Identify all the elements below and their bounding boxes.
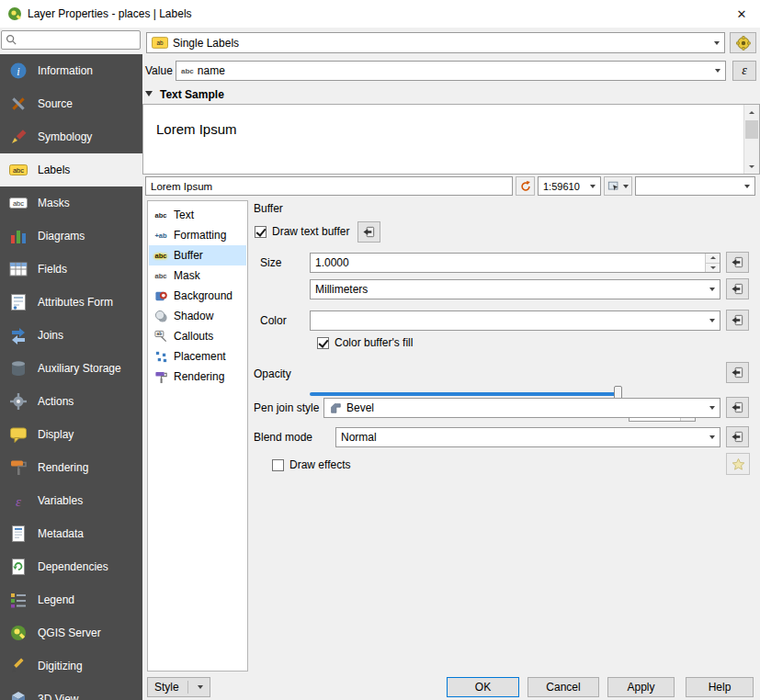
scroll-track[interactable] (744, 119, 759, 159)
blend-mode-override-button[interactable] (726, 426, 749, 447)
spin-down-button[interactable] (706, 263, 720, 273)
automated-placement-settings-button[interactable] (730, 32, 756, 53)
set-scale-from-canvas-button[interactable] (604, 176, 632, 196)
sidebar-item-variables[interactable]: ε Variables (0, 484, 142, 517)
tools-icon (9, 95, 28, 113)
draw-effects-checkbox[interactable] (272, 459, 284, 471)
text-sample-title: Text Sample (160, 88, 224, 101)
buffer-size-spinbox[interactable]: 1.0000 (310, 253, 720, 273)
size-value: 1.0000 (315, 256, 349, 269)
tab-buffer[interactable]: abc Buffer (149, 245, 246, 265)
effects-settings-button[interactable] (726, 453, 750, 475)
qgis-logo-icon (7, 6, 22, 21)
sidebar-item-rendering[interactable]: Rendering (0, 451, 142, 484)
color-buffers-fill-row: Color buffer's fill (317, 334, 413, 351)
sidebar-item-masks[interactable]: abc Masks (0, 186, 142, 220)
triangle-down-icon (749, 165, 754, 168)
reset-sample-button[interactable] (516, 176, 535, 196)
opacity-override-button[interactable] (726, 362, 749, 383)
sidebar-item-digitizing[interactable]: Digitizing (0, 649, 142, 683)
style-menu-button[interactable]: Style (147, 677, 210, 697)
color-buffers-fill-checkbox[interactable] (317, 337, 329, 349)
sidebar-item-dependencies[interactable]: Dependencies (0, 550, 142, 583)
tab-formatting[interactable]: +ab Formatting (149, 225, 246, 245)
expression-builder-button[interactable]: ε (732, 61, 756, 81)
sidebar: i Information Source Symbology abc Label… (0, 54, 142, 700)
titlebar: Layer Properties - places | Labels (0, 0, 760, 28)
value-field-combo[interactable]: abc name (176, 61, 726, 81)
sidebar-item-joins[interactable]: Joins (0, 319, 142, 352)
label-mode-combo[interactable]: ab Single Labels (146, 32, 725, 53)
sidebar-item-actions[interactable]: Actions (0, 385, 142, 418)
svg-text:ab: ab (156, 332, 162, 336)
size-override-button[interactable] (726, 252, 749, 273)
units-override-button[interactable] (726, 278, 749, 299)
triangle-down-icon (710, 266, 716, 269)
draw-text-buffer-checkbox[interactable] (255, 226, 267, 238)
chevron-down-icon (744, 185, 750, 188)
tab-text[interactable]: abc Text (149, 205, 246, 225)
color-label: Color (260, 310, 287, 331)
scroll-thumb[interactable] (745, 120, 758, 139)
preview-background-combo[interactable] (635, 176, 755, 196)
size-units-combo[interactable]: Millimeters (310, 279, 720, 299)
pen-join-style-combo[interactable]: Bevel (323, 398, 720, 418)
color-override-button[interactable] (726, 310, 749, 331)
value-label: Value (145, 61, 173, 81)
background-tab-icon (153, 288, 169, 304)
preview-scale-combo[interactable]: 1:59610 (538, 176, 601, 196)
help-button[interactable]: Help (686, 677, 754, 697)
opacity-label: Opacity (254, 364, 291, 384)
sidebar-item-source[interactable]: Source (0, 87, 142, 120)
triangle-up-icon (710, 256, 716, 259)
sidebar-item-fields[interactable]: Fields (0, 253, 142, 286)
sidebar-item-legend[interactable]: Legend (0, 583, 142, 616)
draw-text-buffer-override-button[interactable] (357, 221, 380, 243)
sidebar-item-qgis-server[interactable]: QGIS Server (0, 616, 142, 649)
buffer-color-picker[interactable] (310, 310, 720, 331)
sidebar-item-attributes-form[interactable]: Attributes Form (0, 286, 142, 319)
cancel-button[interactable]: Cancel (527, 677, 599, 697)
sidebar-item-information[interactable]: i Information (0, 54, 142, 87)
pen-join-override-button[interactable] (726, 397, 749, 418)
tab-callouts[interactable]: ab Callouts (149, 326, 246, 346)
preview-text: Lorem Ipsum (156, 121, 237, 137)
draw-text-buffer-row: Draw text buffer (255, 223, 349, 240)
spin-up-button[interactable] (706, 254, 720, 263)
text-tab-icon: abc (153, 208, 169, 223)
label-mode-value: Single Labels (173, 37, 714, 50)
tab-background[interactable]: Background (149, 286, 246, 306)
tab-placement[interactable]: Placement (149, 346, 246, 367)
apply-button[interactable]: Apply (607, 677, 675, 697)
chevron-down-icon (709, 288, 715, 291)
ok-button[interactable]: OK (447, 677, 519, 697)
svg-text:ab: ab (156, 40, 164, 46)
close-button[interactable]: ✕ (723, 0, 760, 28)
sidebar-item-labels[interactable]: abc Labels (0, 153, 142, 186)
tab-mask[interactable]: abc Mask (149, 265, 246, 286)
sidebar-item-symbology[interactable]: Symbology (0, 120, 142, 153)
tab-shadow[interactable]: Shadow (149, 306, 246, 326)
buffer-tab-icon: abc (153, 248, 169, 264)
sidebar-item-auxiliary-storage[interactable]: Auxiliary Storage (0, 352, 142, 385)
scroll-down-button[interactable] (744, 159, 759, 174)
scale-value: 1:59610 (543, 181, 590, 192)
rendering-tab-icon (153, 369, 169, 385)
sidebar-item-display[interactable]: Display (0, 418, 142, 451)
scroll-up-button[interactable] (744, 105, 759, 119)
mask-tab-icon: abc (153, 268, 169, 284)
spin-buttons[interactable] (705, 254, 720, 272)
chevron-down-icon (709, 319, 715, 322)
sidebar-item-metadata[interactable]: Metadata (0, 517, 142, 550)
preview-scrollbar[interactable] (743, 105, 759, 174)
chevron-down-icon (709, 435, 715, 439)
bar-chart-icon (9, 227, 28, 245)
blend-mode-combo[interactable]: Normal (335, 427, 720, 447)
sidebar-item-3d-view[interactable]: 3D View (0, 683, 142, 700)
search-input[interactable] (21, 35, 136, 46)
sample-text-input[interactable] (145, 176, 513, 196)
svg-text:abc: abc (13, 166, 24, 175)
collapse-arrow-icon[interactable] (145, 91, 153, 96)
sidebar-item-diagrams[interactable]: Diagrams (0, 220, 142, 253)
tab-rendering[interactable]: Rendering (149, 367, 246, 387)
